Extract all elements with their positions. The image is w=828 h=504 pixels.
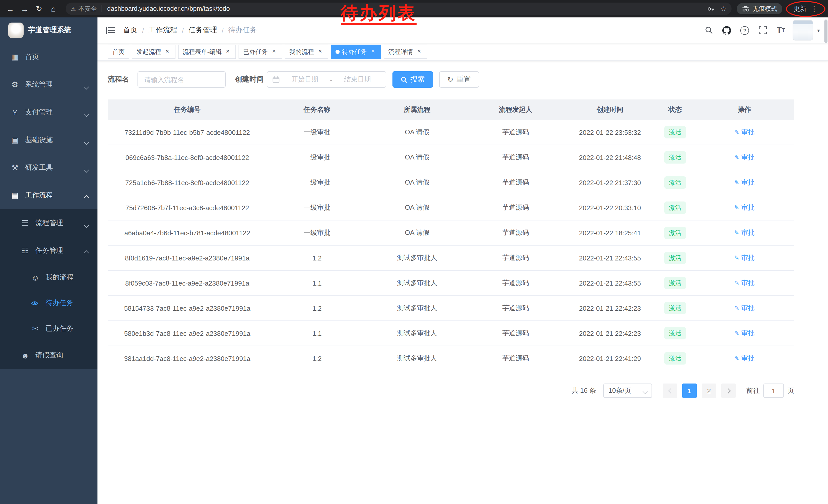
sidebar-fold-icon[interactable] xyxy=(106,26,115,34)
table-row: 381aa1dd-7ac8-11ec-a9e2-a2380e71991a 1.2… xyxy=(108,346,794,371)
close-icon[interactable]: × xyxy=(224,48,232,55)
browser-back-icon[interactable]: ← xyxy=(3,2,17,16)
cell-status: 激活 xyxy=(656,227,695,239)
prev-page-button[interactable] xyxy=(663,383,677,398)
audit-button[interactable]: ✎ 审批 xyxy=(734,278,755,288)
page-url[interactable]: dashboard.yudao.iocoder.cn/bpm/task/todo xyxy=(107,5,230,12)
close-icon[interactable]: × xyxy=(317,48,324,55)
tab-process-detail[interactable]: 流程详情× xyxy=(384,45,427,59)
breadcrumb-task-mgmt[interactable]: 任务管理 xyxy=(189,26,217,35)
browser-update-button[interactable]: 更新 ⋮ xyxy=(790,3,822,15)
audit-button[interactable]: ✎ 审批 xyxy=(734,128,755,137)
cell-action: ✎ 审批 xyxy=(695,304,794,313)
end-date-placeholder[interactable]: 结束日期 xyxy=(334,75,381,84)
audit-button[interactable]: ✎ 审批 xyxy=(734,329,755,338)
sidebar-item-leave-query[interactable]: ☻ 请假查询 xyxy=(0,341,97,369)
sidebar-item-system[interactable]: ⚙ 系统管理 xyxy=(0,71,97,98)
audit-button[interactable]: ✎ 审批 xyxy=(734,228,755,237)
tab-my-process[interactable]: 我的流程× xyxy=(285,45,328,59)
process-name-label: 流程名 xyxy=(108,75,129,84)
tab-todo-task[interactable]: 待办任务× xyxy=(331,45,381,59)
list-icon: ☰ xyxy=(20,218,30,228)
tab-start-process[interactable]: 发起流程× xyxy=(132,45,175,59)
incognito-label: 无痕模式 xyxy=(753,4,777,13)
page-button-1[interactable]: 1 xyxy=(682,383,697,398)
cell-task-id: 73211d9d-7b9b-11ec-b5b7-acde48001122 xyxy=(108,129,267,136)
avatar-caret-icon[interactable]: ▾ xyxy=(817,28,820,33)
next-page-button[interactable] xyxy=(721,383,736,398)
person-icon: ☻ xyxy=(20,351,30,360)
audit-button[interactable]: ✎ 审批 xyxy=(734,354,755,363)
fullscreen-icon[interactable] xyxy=(757,24,769,37)
edit-icon: ✎ xyxy=(734,305,739,312)
search-icon[interactable] xyxy=(703,24,715,37)
sidebar-item-workflow[interactable]: ▤ 工作流程 xyxy=(0,182,97,209)
github-icon[interactable] xyxy=(721,24,733,37)
font-size-icon[interactable]: TT xyxy=(775,24,787,37)
reset-button[interactable]: ↻ 重置 xyxy=(439,71,479,88)
breadcrumb-workflow[interactable]: 工作流程 xyxy=(149,26,177,35)
audit-button[interactable]: ✎ 审批 xyxy=(734,178,755,187)
browser-home-icon[interactable]: ⌂ xyxy=(46,2,60,16)
date-range-picker[interactable]: 开始日期 - 结束日期 xyxy=(267,71,386,88)
password-key-icon[interactable] xyxy=(707,5,715,12)
breadcrumb-home[interactable]: 首页 xyxy=(123,26,137,35)
sidebar-item-my-process[interactable]: ☺ 我的流程 xyxy=(0,265,97,290)
page-button-2[interactable]: 2 xyxy=(702,383,716,398)
sidebar-item-task-mgmt[interactable]: ☷ 任务管理 xyxy=(0,237,97,265)
chevron-down-icon xyxy=(84,223,89,228)
cell-action: ✎ 审批 xyxy=(695,178,794,187)
menu-label: 研发工具 xyxy=(25,163,53,172)
column-header-task-name: 任务名称 xyxy=(267,105,367,114)
cell-task-id: 580e1b3d-7ac8-11ec-a9e2-a2380e71991a xyxy=(108,329,267,337)
tab-home[interactable]: 首页 xyxy=(108,45,129,59)
cell-task-name: 一级审批 xyxy=(267,228,367,237)
audit-button[interactable]: ✎ 审批 xyxy=(734,153,755,162)
status-badge: 激活 xyxy=(664,126,686,138)
sidebar-item-payment[interactable]: ¥ 支付管理 xyxy=(0,98,97,126)
cell-created: 2022-01-22 18:25:41 xyxy=(564,229,656,237)
security-warning-label[interactable]: 不安全 xyxy=(79,4,97,13)
tab-form-edit[interactable]: 流程表单-编辑× xyxy=(178,45,236,59)
scrollbar-thumb[interactable] xyxy=(824,19,827,43)
start-date-placeholder[interactable]: 开始日期 xyxy=(282,75,328,84)
browser-reload-icon[interactable]: ↻ xyxy=(32,2,46,16)
close-icon[interactable]: × xyxy=(271,48,278,55)
sidebar-item-process-mgmt[interactable]: ☰ 流程管理 xyxy=(0,209,97,237)
close-icon[interactable]: × xyxy=(416,48,423,55)
sidebar-item-todo-task[interactable]: 待办任务 xyxy=(0,290,97,316)
main-area: 首页 / 工作流程 / 任务管理 / 待办任务 ? xyxy=(97,17,828,504)
sidebar-item-home[interactable]: ▦ 首页 xyxy=(0,43,97,71)
tab-done-task[interactable]: 已办任务× xyxy=(239,45,282,59)
edit-icon: ✎ xyxy=(734,154,739,161)
edit-icon: ✎ xyxy=(734,355,739,362)
close-icon[interactable]: × xyxy=(164,48,171,55)
audit-button[interactable]: ✎ 审批 xyxy=(734,304,755,313)
avatar[interactable] xyxy=(793,20,813,41)
breadcrumb-current: 待办任务 xyxy=(228,26,257,35)
search-button[interactable]: 搜索 xyxy=(392,71,433,88)
process-name-input[interactable] xyxy=(137,71,226,88)
page-size-select[interactable]: 10条/页 xyxy=(603,383,652,398)
sidebar-item-done-task[interactable]: ✂ 已办任务 xyxy=(0,316,97,341)
table-row: 58154733-7ac8-11ec-a9e2-a2380e71991a 1.2… xyxy=(108,296,794,321)
table-row: 8f0d1619-7ac8-11ec-a9e2-a2380e71991a 1.2… xyxy=(108,245,794,271)
help-icon[interactable]: ? xyxy=(739,24,751,37)
cell-task-id: 069c6a63-7b8a-11ec-8ef0-acde48001122 xyxy=(108,153,267,161)
browser-menu-icon[interactable]: ⋮ xyxy=(811,5,818,13)
cell-process: 测试多审批人 xyxy=(367,354,467,363)
jump-page-input[interactable] xyxy=(763,383,784,398)
bookmark-star-icon[interactable]: ☆ xyxy=(720,5,727,13)
browser-forward-icon[interactable]: → xyxy=(17,2,32,16)
chevron-down-icon xyxy=(84,112,89,117)
sidebar-item-infrastructure[interactable]: ▣ 基础设施 xyxy=(0,126,97,154)
close-icon[interactable]: × xyxy=(369,48,377,55)
cell-initiator: 芋道源码 xyxy=(467,178,564,187)
update-label[interactable]: 更新 xyxy=(794,4,806,13)
sidebar-item-devtools[interactable]: ⚒ 研发工具 xyxy=(0,154,97,182)
app-logo[interactable]: 芋道管理系统 xyxy=(0,17,97,43)
cell-action: ✎ 审批 xyxy=(695,278,794,288)
breadcrumb-separator: / xyxy=(182,27,184,34)
audit-button[interactable]: ✎ 审批 xyxy=(734,203,755,212)
audit-button[interactable]: ✎ 审批 xyxy=(734,253,755,263)
